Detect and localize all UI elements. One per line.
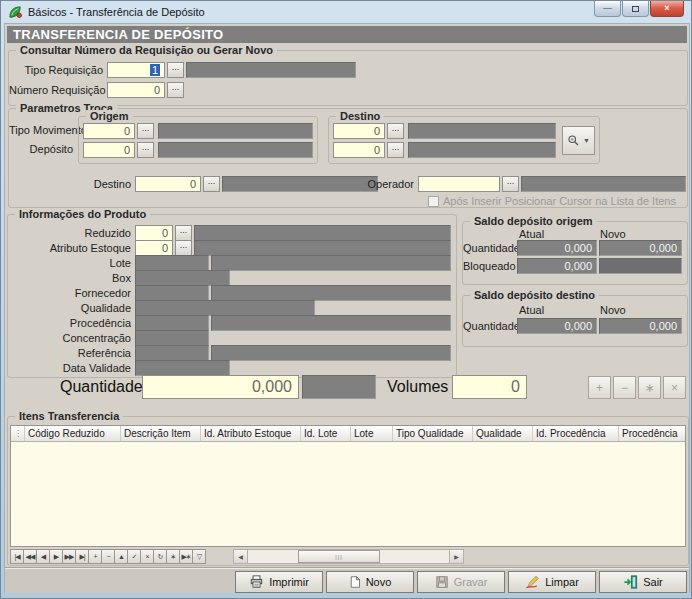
grid-col-id-procedencia[interactable]: Id. Procedência <box>533 426 619 441</box>
scroll-left-arrow[interactable]: ◀ <box>234 550 248 563</box>
nav-prior-page-button[interactable]: ◀◀ <box>23 549 37 564</box>
nav-next-button[interactable]: ▶ <box>49 549 63 564</box>
grid-col-id-atributo-estoque[interactable]: Id. Atributo Estoque <box>201 426 301 441</box>
grid-col-codigo-reduzido[interactable]: Código Reduzido <box>25 426 121 441</box>
grid-col-qualidade[interactable]: Qualidade <box>473 426 533 441</box>
origem-tipo-movimento-input[interactable]: 0 <box>83 123 135 139</box>
quantidade-input[interactable]: 0,000 <box>142 375 299 399</box>
sair-button[interactable]: Sair <box>599 571 687 593</box>
nav-prior-button[interactable]: ◀ <box>36 549 50 564</box>
eraser-pencil-icon <box>525 575 540 589</box>
save-icon <box>435 575 449 589</box>
destino-row-lookup-button[interactable]: ... <box>203 176 220 192</box>
atributo-estoque-lookup-button[interactable]: ... <box>175 240 192 256</box>
reduzido-input[interactable]: 0 <box>135 225 173 241</box>
tipo-requisicao-input[interactable]: 1 <box>107 62 165 78</box>
tipo-requisicao-lookup-button[interactable]: ... <box>167 62 184 78</box>
group-destino: Destino 0 ... 0 ... ▼ <box>328 116 600 164</box>
referencia-description-field <box>211 345 451 361</box>
limpar-button-label: Limpar <box>545 576 579 588</box>
destino-tipo-movimento-input[interactable]: 0 <box>333 123 385 139</box>
grid-col-tipo-qualidade[interactable]: Tipo Qualidade <box>393 426 473 441</box>
nav-edit-button[interactable]: ▲ <box>114 549 128 564</box>
db-navigator: |◀ ◀◀ ◀ ▶ ▶▶ ▶| + − ▲ ✓ × ↻ ∗ ▶∗ ▽ <box>10 549 205 564</box>
saldo-origem-quantidade-label: Quantidade <box>463 242 514 254</box>
origem-tipo-movimento-lookup-button[interactable]: ... <box>137 123 154 139</box>
data-validade-label: Data Validade <box>8 362 131 374</box>
grid-col-descricao-item[interactable]: Descrição Item <box>121 426 201 441</box>
chevron-down-icon: ▼ <box>583 137 590 144</box>
apos-inserir-checkbox-label: Após Inserir Posicionar Cursor na Lista … <box>443 195 676 207</box>
volumes-input[interactable]: 0 <box>452 375 527 399</box>
data-validade-field <box>135 360 230 376</box>
destino-deposito-input[interactable]: 0 <box>333 142 385 158</box>
tipo-movimento-label: Tipo Movimento <box>9 124 73 136</box>
nav-first-button[interactable]: |◀ <box>10 549 24 564</box>
origem-deposito-input[interactable]: 0 <box>83 142 135 158</box>
destino-tipo-movimento-lookup-button[interactable]: ... <box>387 123 404 139</box>
item-cancel-button[interactable]: × <box>663 376 686 399</box>
atributo-estoque-label: Atributo Estoque <box>8 242 131 254</box>
grid-horizontal-scrollbar[interactable]: ◀ ||| ▶ <box>233 549 464 564</box>
imprimir-button[interactable]: Imprimir <box>235 571 323 593</box>
nav-bookmark-button[interactable]: ∗ <box>166 549 180 564</box>
scrollbar-thumb[interactable]: ||| <box>298 550 380 563</box>
nav-insert-button[interactable]: + <box>88 549 102 564</box>
titlebar[interactable]: Básicos - Transferência de Depósito — × <box>1 1 691 23</box>
qualidade-label: Qualidade <box>8 302 131 314</box>
referencia-id-field <box>135 345 209 361</box>
reduzido-lookup-button[interactable]: ... <box>175 225 192 241</box>
nav-cancel-button[interactable]: × <box>140 549 154 564</box>
nav-next-page-button[interactable]: ▶▶ <box>62 549 76 564</box>
new-document-icon <box>349 575 361 589</box>
numero-requisicao-label: Número Requisição <box>9 84 103 96</box>
search-split-button[interactable]: ▼ <box>562 126 595 155</box>
origem-deposito-lookup-button[interactable]: ... <box>137 142 154 158</box>
gravar-button[interactable]: Gravar <box>417 571 505 593</box>
saldo-origem-bloqueado-label: Bloqueado <box>463 260 514 272</box>
grid-corner-icon[interactable]: ⋮⋮ <box>11 426 25 441</box>
application-window: Básicos - Transferência de Depósito — × … <box>0 0 692 599</box>
saldo-origem-novo-header: Novo <box>600 228 626 240</box>
operador-lookup-button[interactable]: ... <box>502 176 519 192</box>
minimize-button[interactable]: — <box>594 1 621 17</box>
lote-label: Lote <box>8 257 131 269</box>
novo-button[interactable]: Novo <box>326 571 414 593</box>
tipo-requisicao-label: Tipo Requisição <box>9 64 103 76</box>
scroll-right-arrow[interactable]: ▶ <box>449 550 463 563</box>
gravar-button-label: Gravar <box>454 576 488 588</box>
limpar-button[interactable]: Limpar <box>508 571 596 593</box>
nav-filter-button[interactable]: ▽ <box>192 549 206 564</box>
nav-delete-button[interactable]: − <box>101 549 115 564</box>
grid-col-id-lote[interactable]: Id. Lote <box>301 426 351 441</box>
operador-input[interactable] <box>418 176 500 192</box>
item-remove-button[interactable]: − <box>613 376 636 399</box>
numero-requisicao-input[interactable]: 0 <box>107 82 165 98</box>
numero-requisicao-lookup-button[interactable]: ... <box>167 82 184 98</box>
procedencia-id-field <box>135 315 209 331</box>
reduzido-label: Reduzido <box>8 227 131 239</box>
maximize-button[interactable] <box>622 1 649 17</box>
grid-col-procedencia[interactable]: Procedência <box>619 426 685 441</box>
box-field <box>135 270 230 286</box>
scrollbar-track[interactable]: ||| <box>248 550 449 563</box>
destino-row-input[interactable]: 0 <box>135 176 201 192</box>
apos-inserir-checkbox[interactable]: Após Inserir Posicionar Cursor na Lista … <box>428 195 676 207</box>
group-saldo-destino-title: Saldo depósito destino <box>470 289 599 301</box>
nav-refresh-button[interactable]: ↻ <box>153 549 167 564</box>
item-post-button[interactable]: ∗ <box>638 376 661 399</box>
close-button[interactable]: × <box>650 1 684 17</box>
grid-col-lote[interactable]: Lote <box>351 426 393 441</box>
saldo-origem-quantidade-novo-field: 0,000 <box>599 240 682 256</box>
imprimir-button-label: Imprimir <box>269 576 309 588</box>
nav-last-button[interactable]: ▶| <box>75 549 89 564</box>
saldo-destino-quantidade-label: Quantidade <box>463 320 514 332</box>
saldo-destino-novo-header: Novo <box>600 304 626 316</box>
nav-goto-bookmark-button[interactable]: ▶∗ <box>179 549 193 564</box>
atributo-estoque-input[interactable]: 0 <box>135 240 173 256</box>
destino-deposito-lookup-button[interactable]: ... <box>387 142 404 158</box>
item-add-button[interactable]: + <box>588 376 611 399</box>
itens-grid[interactable]: ⋮⋮ Código Reduzido Descrição Item Id. At… <box>10 425 686 547</box>
tipo-requisicao-value: 1 <box>150 64 160 76</box>
nav-post-button[interactable]: ✓ <box>127 549 141 564</box>
